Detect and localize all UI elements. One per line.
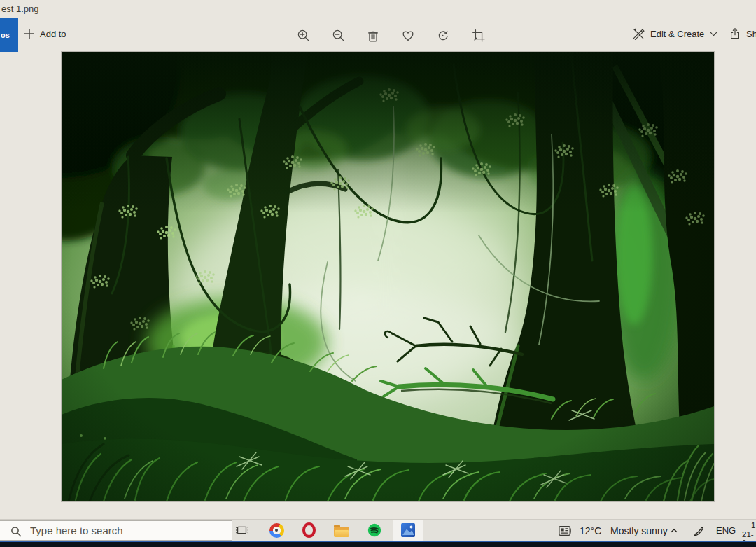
zoom-in-icon: [296, 28, 312, 43]
task-view-icon: [234, 522, 250, 538]
browser-button[interactable]: [262, 520, 290, 541]
screen-bottom-bezel: [0, 541, 756, 547]
photos-app-icon: [400, 522, 416, 539]
search-icon: [10, 526, 22, 537]
file-explorer-button[interactable]: [328, 520, 356, 541]
add-to-button[interactable]: Add to: [24, 28, 66, 39]
taskbar: 12°C Mostly sunny ENG: [0, 519, 756, 541]
secure-browser-icon: [270, 523, 284, 538]
favorite-button[interactable]: [399, 27, 417, 45]
share-label: Sh: [746, 29, 756, 39]
rotate-icon: [435, 28, 451, 43]
share-icon: [728, 27, 742, 41]
forest-painting: [62, 52, 714, 501]
opera-button[interactable]: [295, 520, 323, 541]
edit-create-label: Edit & Create: [650, 29, 704, 39]
photo-canvas[interactable]: [62, 52, 714, 501]
delete-button[interactable]: [364, 27, 382, 45]
zoom-out-icon: [331, 28, 346, 43]
rotate-button[interactable]: [434, 27, 452, 45]
chevron-up-icon: [669, 526, 679, 536]
spotify-icon: [367, 522, 382, 538]
language-indicator[interactable]: ENG: [716, 520, 736, 541]
window-title-filename: est 1.png: [1, 4, 39, 14]
news-weather-button[interactable]: [557, 520, 573, 541]
file-explorer-icon: [334, 527, 349, 537]
plus-icon: [24, 28, 35, 39]
photos-app-button[interactable]: [393, 520, 424, 541]
opera-icon: [302, 522, 316, 538]
tray-overflow-button[interactable]: [669, 520, 679, 541]
zoom-out-button[interactable]: [330, 27, 348, 45]
crop-button[interactable]: [470, 27, 488, 45]
clock-time[interactable]: 1: [751, 521, 755, 529]
search-input[interactable]: [0, 525, 232, 536]
taskbar-search[interactable]: [0, 520, 232, 541]
add-to-label: Add to: [40, 29, 66, 39]
edit-create-icon: [631, 27, 645, 41]
collections-tile-label: os: [1, 31, 10, 39]
heart-icon: [400, 28, 416, 43]
chevron-down-icon: [709, 29, 718, 39]
weather-temp[interactable]: 12°C: [580, 520, 601, 541]
photos-app-window: est 1.png os Add to: [0, 0, 756, 547]
spotify-button[interactable]: [360, 520, 388, 541]
weather-condition[interactable]: Mostly sunny: [610, 520, 668, 541]
share-button[interactable]: Sh: [728, 27, 756, 41]
see-all-photos-tile[interactable]: os: [0, 18, 18, 52]
news-icon: [557, 525, 573, 537]
crop-icon: [471, 28, 486, 43]
edit-create-button[interactable]: Edit & Create: [631, 27, 718, 41]
pen-icon: [693, 525, 705, 536]
trash-icon: [365, 28, 381, 43]
windows-ink-button[interactable]: [693, 520, 705, 541]
task-view-button[interactable]: [228, 520, 256, 541]
zoom-in-button[interactable]: [295, 27, 313, 45]
